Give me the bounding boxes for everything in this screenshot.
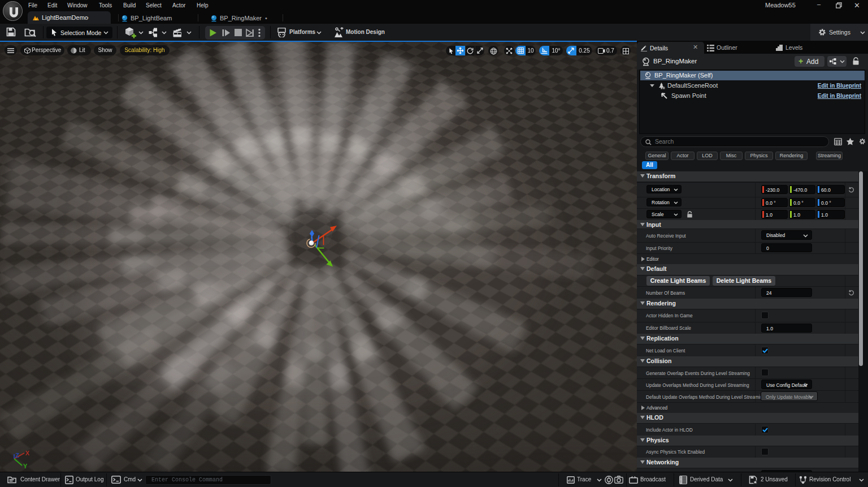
- svg-text:Z: Z: [15, 452, 19, 459]
- svg-text:X: X: [25, 450, 30, 456]
- svg-text:Y: Y: [23, 463, 28, 469]
